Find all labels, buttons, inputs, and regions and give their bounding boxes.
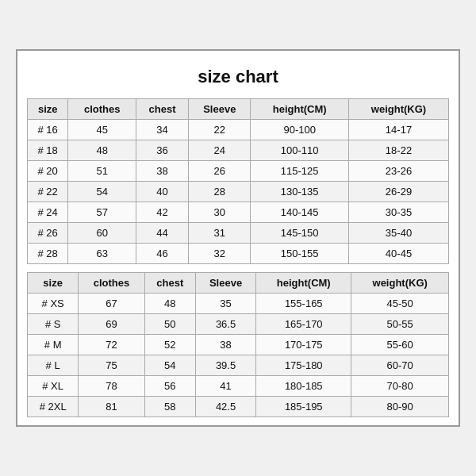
table-cell: 31 (189, 223, 251, 244)
table-cell: 54 (68, 182, 136, 202)
size-table-2: sizeclotheschestSleeveheight(CM)weight(K… (27, 272, 449, 417)
table-cell: 35 (195, 294, 255, 314)
table-cell: 32 (189, 244, 251, 264)
table-cell: 41 (195, 376, 255, 397)
table-cell: 52 (144, 335, 195, 355)
table-cell: 50-55 (351, 314, 449, 335)
table-cell: 18-22 (348, 140, 448, 161)
table-cell: 90-100 (251, 120, 349, 140)
column-header: weight(KG) (351, 273, 449, 294)
table-cell: 38 (136, 161, 189, 182)
table-row: # L755439.5175-18060-70 (28, 355, 449, 376)
table-cell: 130-135 (251, 182, 349, 202)
table-cell: # 2XL (28, 397, 79, 417)
table-cell: 55-60 (351, 335, 449, 355)
table-cell: 44 (136, 223, 189, 244)
table-row: # 24574230140-14530-35 (28, 202, 449, 223)
table-cell: # 24 (28, 202, 68, 223)
table-row: # 20513826115-12523-26 (28, 161, 449, 182)
table-cell: 45-50 (351, 294, 449, 314)
table-cell: # 28 (28, 244, 68, 264)
column-header: chest (136, 99, 189, 120)
table-cell: 23-26 (348, 161, 448, 182)
table-row: # S695036.5165-17050-55 (28, 314, 449, 335)
table-cell: 48 (68, 140, 136, 161)
table-cell: 39.5 (195, 355, 255, 376)
table-cell: 38 (195, 335, 255, 355)
table-row: # 18483624100-11018-22 (28, 140, 449, 161)
table-cell: 45 (68, 120, 136, 140)
table-cell: 145-150 (251, 223, 349, 244)
table-row: # XS674835155-16545-50 (28, 294, 449, 314)
column-header: chest (144, 273, 195, 294)
table-row: # M725238170-17555-60 (28, 335, 449, 355)
table-cell: # 20 (28, 161, 68, 182)
table-cell: # 22 (28, 182, 68, 202)
table-cell: 70-80 (351, 376, 449, 397)
table2-header-row: sizeclotheschestSleeveheight(CM)weight(K… (28, 273, 449, 294)
table-cell: 115-125 (251, 161, 349, 182)
table-cell: 58 (144, 397, 195, 417)
table-cell: # M (28, 335, 79, 355)
column-header: size (28, 99, 68, 120)
table-cell: 36.5 (195, 314, 255, 335)
table-cell: 34 (136, 120, 189, 140)
table-cell: # XL (28, 376, 79, 397)
table-cell: 26-29 (348, 182, 448, 202)
table-cell: 67 (79, 294, 144, 314)
table-cell: 56 (144, 376, 195, 397)
table-cell: 14-17 (348, 120, 448, 140)
table-cell: 35-40 (348, 223, 448, 244)
table-cell: 22 (189, 120, 251, 140)
table-cell: 185-195 (256, 397, 351, 417)
table-cell: # 18 (28, 140, 68, 161)
table-cell: 40-45 (348, 244, 448, 264)
table-cell: 140-145 (251, 202, 349, 223)
table-cell: 175-180 (256, 355, 351, 376)
table-cell: 63 (68, 244, 136, 264)
table-cell: 150-155 (251, 244, 349, 264)
table-cell: 50 (144, 314, 195, 335)
table-row: # 26604431145-15035-40 (28, 223, 449, 244)
table-cell: 100-110 (251, 140, 349, 161)
column-header: Sleeve (189, 99, 251, 120)
table-cell: 42 (136, 202, 189, 223)
chart-title: size chart (27, 59, 449, 98)
table-row: # 22544028130-13526-29 (28, 182, 449, 202)
size-chart-container: size chart sizeclotheschestSleeveheight(… (16, 49, 460, 427)
size-table-1: sizeclotheschestSleeveheight(CM)weight(K… (27, 98, 449, 264)
column-header: height(CM) (251, 99, 349, 120)
table-cell: 36 (136, 140, 189, 161)
table-cell: 42.5 (195, 397, 255, 417)
table-cell: 51 (68, 161, 136, 182)
table-cell: # XS (28, 294, 79, 314)
table-cell: # 26 (28, 223, 68, 244)
table-cell: 30 (189, 202, 251, 223)
table-cell: 30-35 (348, 202, 448, 223)
column-header: clothes (68, 99, 136, 120)
table-cell: 80-90 (351, 397, 449, 417)
table-row: # XL785641180-18570-80 (28, 376, 449, 397)
table-cell: 165-170 (256, 314, 351, 335)
table-cell: 26 (189, 161, 251, 182)
table-cell: 40 (136, 182, 189, 202)
column-header: weight(KG) (348, 99, 448, 120)
column-header: Sleeve (195, 273, 255, 294)
table-cell: # S (28, 314, 79, 335)
table-cell: 48 (144, 294, 195, 314)
table1-header-row: sizeclotheschestSleeveheight(CM)weight(K… (28, 99, 449, 120)
table-row: # 2XL815842.5185-19580-90 (28, 397, 449, 417)
table-cell: 78 (79, 376, 144, 397)
table-cell: 180-185 (256, 376, 351, 397)
column-header: size (28, 273, 79, 294)
table-cell: # L (28, 355, 79, 376)
table-cell: 155-165 (256, 294, 351, 314)
table-cell: 60-70 (351, 355, 449, 376)
table-cell: 60 (68, 223, 136, 244)
table-cell: # 16 (28, 120, 68, 140)
column-header: clothes (79, 273, 144, 294)
table-cell: 75 (79, 355, 144, 376)
table-cell: 170-175 (256, 335, 351, 355)
table-cell: 46 (136, 244, 189, 264)
table-cell: 24 (189, 140, 251, 161)
